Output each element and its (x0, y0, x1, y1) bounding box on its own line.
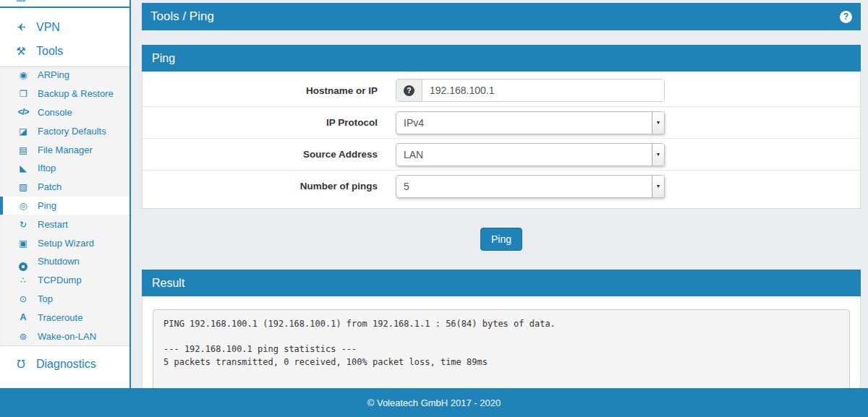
sidebar-item-label: Diagnostics (36, 358, 96, 371)
file-code-icon: ▧ (16, 181, 30, 192)
sidebar-item-arping[interactable]: ◉ ARPing (0, 66, 129, 85)
app-window: ▦ Services ✈ VPN ⚒ Tools ◉ ARPing ❐ Back… (0, 0, 868, 388)
number-of-pings-label: Number of pings (142, 181, 378, 192)
help-addon[interactable]: ? (396, 79, 422, 101)
bullseye-icon: ◉ (16, 69, 30, 80)
ping-output: PING 192.168.100.1 (192.168.100.1) from … (153, 309, 850, 388)
sidebar-item-vpn[interactable]: ✈ VPN (0, 15, 129, 39)
footer: © Voleatech GmbH 2017 - 2020 (0, 388, 868, 417)
sidebar-item-ping[interactable]: ◎ Ping (0, 197, 129, 215)
sidebar-item-label: ARPing (38, 69, 69, 80)
panel-title: Result (152, 277, 184, 290)
sidebar-item-label: Setup Wizard (38, 238, 94, 249)
sidebar-item-label: Ping (38, 200, 56, 211)
sidebar-item-label: Console (38, 107, 72, 118)
select-value: LAN (396, 144, 652, 165)
sidebar-item-diagnostics[interactable]: ℧ Diagnostics (0, 353, 129, 377)
form-row-source-address: Source Address LAN ▾ (142, 138, 860, 170)
sidebar-spacer (0, 8, 129, 15)
sidebar-item-services[interactable]: ▦ Services (0, 0, 129, 8)
ping-panel: Ping Hostname or IP ? IP Pro (142, 45, 861, 209)
sidebar-item-tcpdump[interactable]: ∴ TCPDump (0, 271, 129, 290)
select-value: IPv4 (396, 112, 652, 134)
number-of-pings-select[interactable]: 5 ▾ (396, 175, 665, 198)
hostname-input-group: ? (396, 79, 665, 102)
eye-icon: ⊙ (16, 293, 30, 304)
hostname-input[interactable] (422, 79, 664, 101)
sidebar-item-label: Iftop (38, 163, 56, 173)
eraser-icon: ◪ (16, 126, 30, 137)
rings-icon: ⊚ (16, 331, 30, 342)
archive-box-icon: ▣ (16, 238, 30, 249)
sidebar-item-label: Restart (38, 219, 68, 230)
sidebar-item-label: VPN (36, 21, 60, 34)
select-value: 5 (396, 176, 652, 197)
form-row-ip-protocol: IP Protocol IPv4 ▾ (142, 106, 860, 138)
question-circle-icon: ? (404, 85, 414, 96)
result-panel: Result PING 192.168.100.1 (192.168.100.1… (142, 270, 861, 388)
tools-submenu: ◉ ARPing ❐ Backup & Restore </> Console … (0, 66, 129, 346)
sidebar-item-restart[interactable]: ↻ Restart (0, 215, 129, 233)
sidebar-item-backup-restore[interactable]: ❐ Backup & Restore (0, 85, 129, 103)
sidebar-item-factory-defaults[interactable]: ◪ Factory Defaults (0, 121, 129, 140)
ping-button[interactable]: Ping (480, 228, 522, 251)
sidebar-item-iftop[interactable]: ◣ Iftop (0, 159, 129, 178)
main-content: Tools / Ping ? Ping Hostname or IP ? (131, 0, 868, 388)
ping-panel-header: Ping (142, 45, 861, 72)
target-icon: ◎ (16, 200, 30, 211)
sidebar-item-label: Patch (38, 181, 61, 192)
route-icon: A (16, 312, 30, 322)
sidebar-item-label: File Manager (38, 145, 93, 155)
sidebar-item-setup-wizard[interactable]: ▣ Setup Wizard (0, 233, 129, 252)
page-title: Tools / Ping (150, 9, 214, 24)
refresh-icon: ↻ (16, 219, 30, 230)
plane-icon: ✈ (12, 21, 30, 34)
code-icon: </> (16, 107, 30, 117)
sidebar-item-label: Top (38, 293, 53, 304)
form-row-number-of-pings: Number of pings 5 ▾ (142, 170, 860, 202)
page-header: Tools / Ping ? (142, 3, 861, 30)
sidebar-item-label: Services (36, 0, 80, 3)
sidebar-item-patch[interactable]: ▧ Patch (0, 178, 129, 197)
sidebar-item-console[interactable]: </> Console (0, 103, 129, 122)
panel-title: Ping (152, 52, 175, 65)
result-body: PING 192.168.100.1 (192.168.100.1) from … (142, 296, 861, 388)
stethoscope-icon: ℧ (12, 358, 30, 371)
gavel-icon: ⚒ (12, 45, 30, 58)
grid-icon: ▦ (12, 0, 30, 3)
question-circle-icon[interactable]: ? (840, 11, 852, 23)
form-row-hostname: Hostname or IP ? (142, 74, 860, 106)
sidebar-item-shutdown[interactable]: Shutdown (0, 252, 129, 271)
sidebar-item-label: Traceroute (38, 312, 82, 323)
caret-down-icon: ▾ (652, 112, 664, 134)
source-address-label: Source Address (142, 149, 378, 160)
caret-down-icon: ▾ (652, 176, 664, 197)
result-panel-header: Result (142, 270, 861, 296)
copy-icon: ❐ (16, 88, 30, 99)
sidebar-item-traceroute[interactable]: A Traceroute (0, 308, 129, 327)
sidebar-item-top[interactable]: ⊙ Top (0, 290, 129, 309)
ping-form: Hostname or IP ? IP Protocol (142, 72, 861, 209)
sidebar-item-tools[interactable]: ⚒ Tools (0, 39, 129, 63)
form-actions: Ping (142, 209, 861, 270)
dots-cluster-icon: ∴ (16, 275, 30, 285)
sidebar-item-label: Shutdown (38, 256, 80, 267)
sidebar-item-file-manager[interactable]: ▤ File Manager (0, 140, 129, 159)
ip-protocol-select[interactable]: IPv4 ▾ (396, 111, 665, 134)
caret-down-icon: ▾ (652, 144, 664, 165)
sidebar-item-label: Backup & Restore (38, 88, 114, 99)
sidebar-item-label: Factory Defaults (38, 126, 106, 137)
sidebar-item-wake-on-lan[interactable]: ⊚ Wake-on-LAN (0, 327, 129, 345)
sidebar: ▦ Services ✈ VPN ⚒ Tools ◉ ARPing ❐ Back… (0, 0, 131, 388)
area-chart-icon: ◣ (16, 163, 30, 173)
file-icon: ▤ (16, 145, 30, 155)
sidebar-item-label: TCPDump (38, 275, 82, 285)
source-address-select[interactable]: LAN ▾ (396, 143, 665, 166)
sidebar-item-label: Wake-on-LAN (38, 331, 96, 342)
copyright-text: © Voleatech GmbH 2017 - 2020 (367, 397, 501, 408)
hostname-label: Hostname or IP (142, 85, 378, 96)
sidebar-item-label: Tools (36, 45, 63, 58)
ip-protocol-label: IP Protocol (142, 117, 378, 128)
